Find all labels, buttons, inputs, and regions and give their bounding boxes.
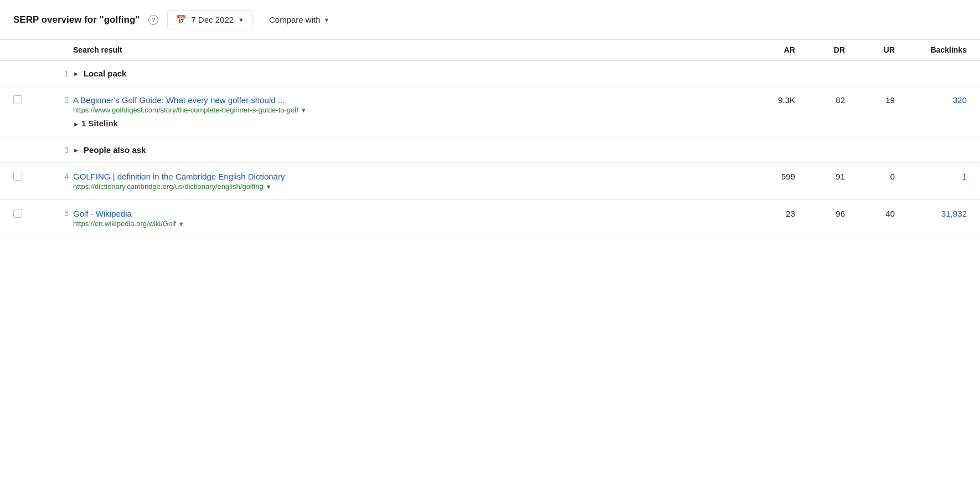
date-dropdown-arrow: ▼ (238, 17, 244, 23)
row-5-url-arrow[interactable]: ▼ (178, 221, 184, 227)
checkbox-row-4[interactable] (13, 172, 40, 181)
search-result-col-header: Search result (73, 45, 734, 54)
row-2-ur: 19 (845, 95, 895, 105)
row-4-ur: 0 (845, 172, 895, 181)
compare-dropdown-arrow: ▼ (324, 17, 330, 23)
dr-col-header: DR (795, 45, 845, 54)
row-2-content: A Beginner's Golf Guide: What every new … (73, 95, 734, 128)
row-5-url[interactable]: https://en.wikipedia.org/wiki/Golf (73, 219, 176, 228)
local-pack-expand[interactable]: ► Local pack (73, 69, 967, 78)
local-pack-label: Local pack (84, 69, 127, 78)
row-2-sitelink[interactable]: ► 1 Sitelink (73, 119, 734, 128)
paa-arrow: ► (73, 147, 79, 153)
sitelink-label: 1 Sitelink (81, 119, 118, 128)
row-5-backlinks[interactable]: 31,932 (895, 209, 967, 218)
row-local-pack: 1 ► Local pack (0, 61, 980, 86)
row-4-url-arrow[interactable]: ▼ (266, 183, 272, 190)
backlinks-col-header: Backlinks (895, 45, 967, 54)
row-2-url-arrow[interactable]: ▼ (301, 107, 307, 114)
row-5-ur: 40 (845, 209, 895, 218)
date-label: 7 Dec 2022 (191, 15, 234, 24)
sitelink-arrow: ► (73, 121, 79, 127)
paa-label: People also ask (84, 145, 146, 155)
page-header: SERP overview for "golfing" ? 📅 7 Dec 20… (0, 0, 980, 40)
row-5-dr: 96 (795, 209, 845, 218)
checkbox-row-5[interactable] (13, 209, 40, 218)
row-4: 4 GOLFING | definition in the Cambridge … (0, 163, 980, 200)
row-5-ar: 23 (734, 209, 795, 218)
page-title: SERP overview for "golfing" (13, 14, 140, 25)
row-5-checkbox[interactable] (13, 209, 22, 218)
row-num-2: 2 (40, 95, 73, 104)
compare-label: Compare with (269, 15, 321, 24)
ar-col-header: AR (734, 45, 795, 54)
row-4-title[interactable]: GOLFING | definition in the Cambridge En… (73, 172, 734, 181)
row-num-1: 1 (40, 69, 73, 78)
row-num-4: 4 (40, 172, 73, 181)
help-icon[interactable]: ? (148, 15, 158, 25)
compare-button[interactable]: Compare with ▼ (261, 11, 337, 28)
row-5-title[interactable]: Golf - Wikipedia (73, 209, 734, 218)
calendar-icon: 📅 (176, 14, 187, 25)
row-5-content: Golf - Wikipedia https://en.wikipedia.or… (73, 209, 734, 228)
row-4-dr: 91 (795, 172, 845, 181)
row-num-3: 3 (40, 146, 73, 155)
row-num-5: 5 (40, 209, 73, 218)
row-4-url[interactable]: https://dictionary.cambridge.org/us/dict… (73, 182, 264, 191)
date-picker-button[interactable]: 📅 7 Dec 2022 ▼ (167, 10, 252, 29)
people-also-ask-expand[interactable]: ► People also ask (73, 145, 967, 155)
row-2-dr: 82 (795, 95, 845, 105)
row-4-backlinks[interactable]: 1 (895, 172, 967, 181)
table-header: Search result AR DR UR Backlinks (0, 40, 980, 61)
row-2-ar: 9.3K (734, 95, 795, 105)
row-2-checkbox[interactable] (13, 95, 22, 104)
ur-col-header: UR (845, 45, 895, 54)
local-pack-arrow: ► (73, 70, 79, 77)
row-4-ar: 599 (734, 172, 795, 181)
row-5: 5 Golf - Wikipedia https://en.wikipedia.… (0, 200, 980, 237)
row-2-backlinks[interactable]: 320 (895, 95, 967, 105)
row-2-url[interactable]: https://www.golfdigest.com/story/the-com… (73, 106, 298, 114)
row-2: 2 A Beginner's Golf Guide: What every ne… (0, 86, 980, 137)
row-4-checkbox[interactable] (13, 172, 22, 181)
checkbox-row-2[interactable] (13, 95, 40, 104)
row-people-also-ask: 3 ► People also ask (0, 137, 980, 163)
row-4-content: GOLFING | definition in the Cambridge En… (73, 172, 734, 191)
row-2-title[interactable]: A Beginner's Golf Guide: What every new … (73, 95, 734, 105)
